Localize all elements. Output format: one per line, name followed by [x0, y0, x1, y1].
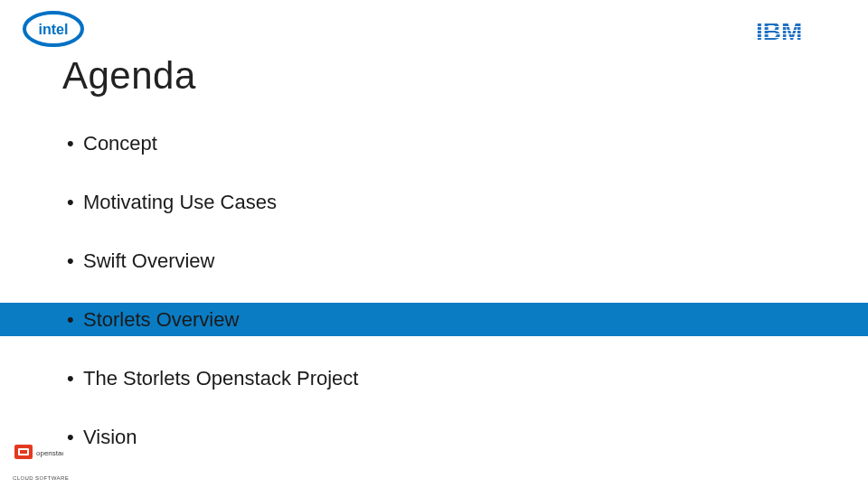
svg-rect-4 [756, 23, 832, 26]
agenda-item-swift-overview: Swift Overview [0, 244, 868, 277]
slide: intel IBM Agenda Con [0, 0, 868, 488]
svg-rect-9 [756, 42, 832, 44]
svg-rect-12 [20, 450, 27, 454]
intel-logo: intel [22, 9, 85, 52]
ibm-logo: IBM [756, 16, 832, 51]
agenda-item-vision: Vision [0, 420, 868, 454]
svg-rect-8 [756, 38, 832, 41]
openstack-logo-text: openstack [36, 449, 63, 457]
agenda-item-label: The Storlets Openstack Project [83, 367, 358, 389]
agenda-item-label: Vision [83, 426, 137, 448]
svg-rect-7 [756, 34, 832, 37]
agenda-item-label: Storlets Overview [83, 308, 239, 331]
openstack-caption: CLOUD SOFTWARE [13, 475, 69, 481]
openstack-logo: openstack CLOUD SOFTWARE [13, 443, 69, 481]
svg-rect-3 [756, 20, 832, 23]
svg-rect-5 [756, 27, 832, 30]
agenda-item-storlets-openstack-project: The Storlets Openstack Project [0, 361, 868, 395]
agenda-item-label: Concept [83, 132, 157, 155]
agenda-item-label: Motivating Use Cases [83, 191, 277, 213]
svg-rect-6 [756, 31, 832, 33]
intel-logo-text: intel [39, 22, 69, 37]
agenda-item-label: Swift Overview [83, 249, 214, 272]
agenda-item-concept: Concept [0, 127, 868, 160]
svg-rect-2 [756, 16, 832, 19]
agenda-item-storlets-overview: Storlets Overview [0, 303, 868, 336]
page-title: Agenda [62, 54, 196, 98]
agenda-item-motivating-use-cases: Motivating Use Cases [0, 185, 868, 219]
agenda-list: Concept Motivating Use Cases Swift Overv… [0, 127, 868, 479]
